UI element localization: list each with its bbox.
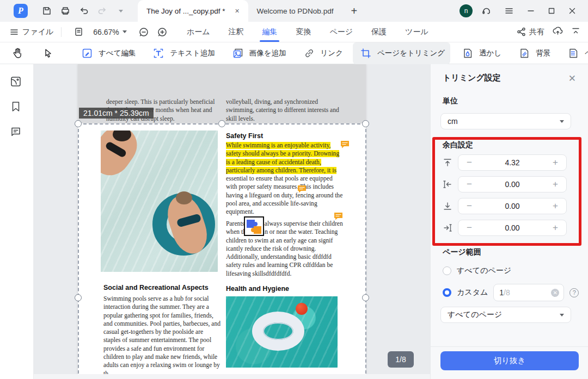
- share-label: 共有: [529, 27, 544, 37]
- pdf-heading-safety[interactable]: Safety First: [226, 132, 263, 140]
- user-avatar[interactable]: n: [460, 4, 473, 17]
- window-maximize-button[interactable]: [543, 3, 560, 18]
- thumbnails-panel-icon[interactable]: [9, 75, 23, 89]
- margin-right-icon: [443, 223, 452, 233]
- pdf-paragraph-social[interactable]: Swimming pools serve as a hub for social…: [103, 295, 221, 378]
- pdf-paragraph-safety[interactable]: While swimming is an enjoyable activity,…: [226, 141, 345, 216]
- tab-edit[interactable]: 編集: [262, 23, 277, 41]
- crop-handle-top-center[interactable]: [218, 120, 225, 127]
- panel-close-icon[interactable]: ✕: [568, 73, 576, 84]
- watermark-button[interactable]: 透かし: [455, 42, 507, 64]
- document-tab-welcome[interactable]: Welcome to PDNob.pdf: [248, 0, 340, 22]
- new-tab-button[interactable]: +: [347, 5, 360, 17]
- tab-close-icon[interactable]: ×: [233, 7, 242, 15]
- zoom-in-icon[interactable]: [153, 24, 171, 40]
- tab-annotate[interactable]: 注釈: [228, 23, 243, 41]
- pool-ring-photo-image[interactable]: [226, 296, 338, 368]
- custom-radio-selected[interactable]: [443, 288, 451, 297]
- crop-handle-middle-left[interactable]: [75, 294, 82, 301]
- undo-icon[interactable]: [75, 3, 93, 18]
- plus-button[interactable]: +: [550, 179, 561, 190]
- tab-home[interactable]: ホーム: [187, 23, 210, 41]
- document-canvas[interactable]: deeper sleep. This is particularly benef…: [34, 64, 430, 379]
- crop-apply-button[interactable]: 切り抜き: [440, 351, 579, 370]
- background-button[interactable]: 背景: [511, 42, 556, 64]
- custom-range-radio-row[interactable]: カスタム 1/8 ✕ ?: [443, 284, 579, 301]
- redo-icon[interactable]: [93, 3, 112, 18]
- collapse-toolbar-icon[interactable]: [571, 27, 580, 38]
- select-tool-button[interactable]: [35, 42, 61, 64]
- margin-right-value[interactable]: 0.00: [475, 223, 550, 232]
- comment-annotation-icon[interactable]: [340, 140, 350, 148]
- crop-size-tooltip: 21.01cm * 25.39cm: [79, 108, 154, 119]
- margin-top-stepper: − 4.32 +: [458, 154, 567, 171]
- page-range-select[interactable]: すべてのページ: [440, 307, 571, 323]
- comments-panel-icon[interactable]: [9, 125, 23, 139]
- window-minimize-button[interactable]: [523, 3, 539, 18]
- file-menu[interactable]: ファイル: [10, 27, 53, 37]
- unit-label: 単位: [443, 96, 458, 106]
- plus-button[interactable]: +: [550, 222, 561, 233]
- tab-page[interactable]: ページ: [329, 23, 353, 41]
- chevron-down-icon: [122, 30, 127, 33]
- page-display-icon[interactable]: [69, 24, 88, 40]
- puzzle-sticker-image[interactable]: [244, 216, 264, 236]
- pdf-heading-social[interactable]: Social and Recreational Aspects: [103, 284, 209, 291]
- margin-left-icon: [443, 179, 452, 189]
- add-text-button[interactable]: テキスト追加: [145, 42, 220, 64]
- all-pages-radio-row[interactable]: すべてのページ: [443, 266, 511, 276]
- save-icon[interactable]: [38, 3, 56, 18]
- hand-tool-button[interactable]: [4, 42, 30, 64]
- window-close-button[interactable]: [564, 3, 580, 18]
- edit-all-button[interactable]: すべて編集: [74, 42, 141, 64]
- print-icon[interactable]: [56, 3, 75, 18]
- link-button[interactable]: リンク: [296, 42, 348, 64]
- crop-handle-middle-right[interactable]: [362, 294, 369, 301]
- plus-button[interactable]: +: [550, 157, 561, 168]
- help-icon[interactable]: ?: [569, 288, 579, 297]
- crop-pages-button[interactable]: ページをトリミング: [353, 42, 450, 64]
- clear-input-icon[interactable]: ✕: [551, 289, 559, 297]
- cloud-upload-icon[interactable]: [552, 26, 564, 39]
- add-image-label: 画像を追加: [249, 48, 286, 58]
- margin-left-value[interactable]: 0.00: [475, 180, 550, 189]
- margin-top-icon: [443, 158, 452, 167]
- crop-handle-top-left[interactable]: [75, 120, 82, 127]
- pool-photo-image[interactable]: [101, 131, 218, 272]
- zoom-level-dropdown[interactable]: 66.67%: [93, 28, 126, 36]
- minus-button[interactable]: −: [464, 179, 475, 190]
- unit-select[interactable]: cm: [440, 113, 571, 129]
- tab-convert[interactable]: 変換: [296, 23, 311, 41]
- main-menu-icon[interactable]: [500, 3, 518, 18]
- custom-range-input[interactable]: 1/8 ✕: [493, 284, 564, 301]
- crop-right-edge[interactable]: [365, 123, 366, 379]
- zoom-out-icon[interactable]: [134, 24, 153, 40]
- add-text-icon: [151, 46, 166, 61]
- pdf-heading-health[interactable]: Health and Hygiene: [226, 285, 289, 293]
- pdf-text-cropped-right[interactable]: volleyball, diving, and synchronized swi…: [226, 98, 345, 123]
- share-button[interactable]: 共有: [517, 27, 544, 37]
- margin-bottom-icon: [443, 201, 452, 211]
- horizontal-scrollbar[interactable]: [34, 374, 430, 379]
- comment-annotation-icon[interactable]: [334, 212, 343, 220]
- highlighted-text[interactable]: While swimming is an enjoyable activity,…: [226, 142, 339, 174]
- margin-bottom-value[interactable]: 0.00: [475, 202, 550, 210]
- header-footer-button[interactable]: ヘッダーとフッター: [560, 42, 588, 64]
- minus-button[interactable]: −: [464, 201, 475, 212]
- tab-tools[interactable]: ツール: [405, 23, 428, 41]
- comment-annotation-icon[interactable]: [297, 185, 307, 193]
- minus-button[interactable]: −: [464, 222, 475, 233]
- crop-handle-top-right[interactable]: [362, 120, 369, 127]
- plus-button[interactable]: +: [550, 201, 561, 212]
- margin-top-value[interactable]: 4.32: [475, 158, 550, 167]
- support-headset-icon[interactable]: [477, 3, 495, 18]
- add-image-button[interactable]: 画像を追加: [225, 42, 292, 64]
- tab-protect[interactable]: 保護: [371, 23, 387, 41]
- watermark-icon: [460, 46, 475, 61]
- document-tab-active[interactable]: The Joy of ..._copy.pdf * ×: [138, 0, 248, 22]
- crop-left-edge[interactable]: [78, 123, 79, 379]
- history-dropdown-icon[interactable]: [112, 3, 130, 18]
- all-pages-radio[interactable]: [443, 266, 451, 275]
- bookmarks-panel-icon[interactable]: [9, 100, 23, 114]
- minus-button[interactable]: −: [464, 157, 475, 168]
